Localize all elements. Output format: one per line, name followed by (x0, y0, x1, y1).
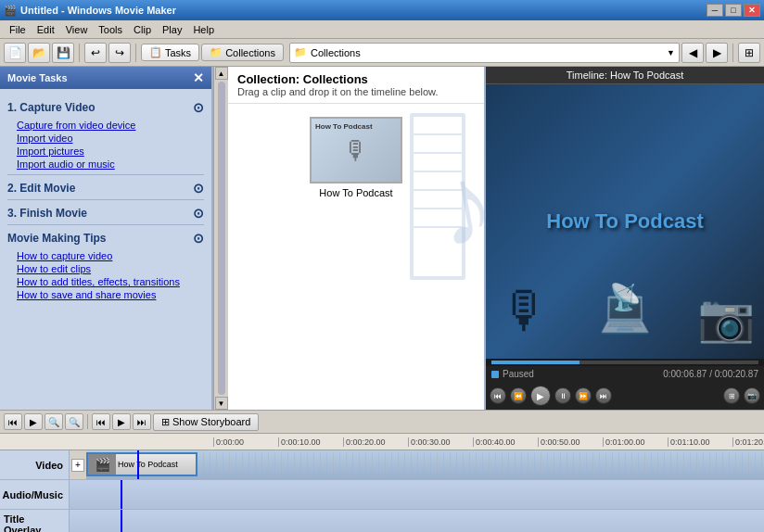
import-video-link[interactable]: Import video (7, 132, 204, 145)
forward-button[interactable]: ▶ (706, 43, 728, 63)
close-button[interactable]: ✕ (744, 4, 760, 17)
titlebar: 🎬 Untitled - Windows Movie Maker ─ □ ✕ (0, 0, 764, 20)
panel-close-button[interactable]: ✕ (193, 71, 204, 84)
ruler-mark-7: 0:01:10.00 (668, 437, 732, 447)
preview-status-bar: Paused 0:00:06.87 / 0:00:20.87 (486, 366, 764, 382)
scroll-down-button[interactable]: ▼ (215, 397, 228, 410)
zoom-in-button[interactable]: 🔍 (45, 413, 63, 430)
skip-forward-button[interactable]: ⏭ (595, 387, 612, 404)
snapshot-button[interactable]: 📷 (744, 387, 760, 404)
open-button[interactable]: 📂 (28, 43, 50, 63)
undo-button[interactable]: ↩ (84, 43, 107, 63)
titles-tip-link[interactable]: How to add titles, effects, transitions (7, 275, 204, 288)
menu-tools[interactable]: Tools (93, 22, 128, 37)
fullscreen-button[interactable]: ⊞ (723, 387, 740, 404)
video-track-content[interactable]: 🎬 How To Podcast (86, 450, 764, 479)
audio-track: Audio/Music (0, 480, 764, 510)
title-overlay-text: Title Overlay (4, 513, 63, 533)
menu-help[interactable]: Help (187, 22, 220, 37)
video-label-text: Video (35, 460, 63, 471)
capture-video-tip-link[interactable]: How to capture video (7, 249, 204, 262)
preview-area: Timeline: How To Podcast How To Podcast … (486, 67, 764, 410)
title-overlay-label: Title Overlay (0, 510, 70, 532)
prev-frame-button[interactable]: ⏪ (510, 387, 527, 404)
play-timeline-button[interactable]: ▶ (112, 413, 131, 430)
edit-clips-tip-link[interactable]: How to edit clips (7, 262, 204, 275)
tasks-label: Tasks (165, 47, 191, 58)
next-frame-button[interactable]: ⏩ (575, 387, 592, 404)
titlebar-controls: ─ □ ✕ (707, 4, 760, 17)
import-audio-link[interactable]: Import audio or music (7, 158, 204, 171)
title-overlay-content[interactable] (70, 510, 764, 532)
divider1 (7, 174, 204, 175)
storyboard-label: Show Storyboard (172, 416, 250, 427)
next-clip-button[interactable]: ⏭ (133, 413, 151, 430)
divider2 (7, 199, 204, 200)
finish-movie-icon: ⊙ (193, 206, 204, 221)
new-button[interactable]: 📄 (4, 43, 26, 63)
menu-clip[interactable]: Clip (128, 22, 157, 37)
collection-area: Collection: Collections Drag a clip and … (228, 67, 486, 410)
skip-back-button[interactable]: ⏮ (490, 387, 506, 404)
save-button[interactable]: 💾 (52, 43, 74, 63)
timeline-toolbar: ⏮ ▶ 🔍 🔍 ⏮ ▶ ⏭ ⊞ Show Storyboard (0, 410, 764, 434)
menu-view[interactable]: View (60, 22, 94, 37)
redo-button[interactable]: ↪ (108, 43, 131, 63)
video-add-button[interactable]: + (71, 459, 84, 472)
collections-tab[interactable]: 📁 Collections (201, 44, 284, 61)
collection-header: Collection: Collections Drag a clip and … (228, 67, 484, 104)
minimize-button[interactable]: ─ (707, 4, 723, 17)
panel-scrollbar: ▲ ▼ (213, 67, 228, 410)
paused-label: Paused (503, 369, 534, 379)
pause-button[interactable]: ⏸ (554, 387, 571, 404)
tips-title: Movie Making Tips (7, 232, 106, 245)
view-button[interactable]: ⊞ (738, 43, 760, 63)
finish-movie-title: 3. Finish Movie (7, 207, 87, 220)
preview-video: How To Podcast 🎙 💻 📷 📡 (486, 84, 764, 359)
track-pattern (197, 452, 764, 476)
collections-bar[interactable]: 📁 Collections ▼ (289, 43, 680, 63)
camera-decoration: 📷 (697, 291, 755, 345)
edit-movie-section: 2. Edit Movie ⊙ (7, 181, 204, 196)
video-clip[interactable]: 🎬 How To Podcast (86, 452, 197, 476)
prev-clip-button[interactable]: ⏮ (92, 413, 110, 430)
preview-progress-bar[interactable] (491, 361, 758, 364)
capture-device-link[interactable]: Capture from video device (7, 119, 204, 132)
rss-icon: 📡 (609, 282, 642, 312)
timeline-tracks: Video + 🎬 How To Podcast Audio/Music (0, 450, 764, 532)
import-pictures-link[interactable]: Import pictures (7, 145, 204, 158)
toolbar-sep2 (135, 44, 136, 62)
preview-progress-fill (491, 361, 579, 364)
audio-track-content[interactable] (70, 480, 764, 509)
preview-controls: ⏮ ⏪ ▶ ⏸ ⏩ ⏭ ⊞ 📷 (486, 382, 764, 410)
zoom-out-button[interactable]: 🔍 (65, 413, 83, 430)
preview-video-content: How To Podcast 🎙 💻 📷 📡 (486, 84, 764, 359)
back-button[interactable]: ◀ (681, 43, 704, 63)
play-button[interactable]: ▶ (530, 386, 551, 406)
clip-label: How To Podcast (319, 187, 392, 198)
video-track-label: Video (0, 450, 70, 479)
capture-video-section: 1. Capture Video ⊙ (7, 100, 204, 115)
ruler-mark-1: 0:00:10.00 (278, 437, 343, 447)
edit-movie-title: 2. Edit Movie (7, 182, 75, 195)
timeline-play-button[interactable]: ▶ (24, 413, 43, 430)
clip-thumbnail: 🎙 How To Podcast (310, 117, 402, 184)
menu-play[interactable]: Play (157, 22, 187, 37)
ruler-mark-8: 0:01:20.00 (732, 437, 764, 447)
clip-thumb-icon: 🎬 (88, 454, 116, 475)
tasks-tab[interactable]: 📋 Tasks (141, 44, 199, 61)
show-storyboard-button[interactable]: ⊞ Show Storyboard (153, 413, 259, 431)
menu-edit[interactable]: Edit (32, 22, 60, 37)
share-tip-link[interactable]: How to save and share movies (7, 288, 204, 301)
clip-item[interactable]: 🎙 How To Podcast How To Podcast (306, 113, 406, 202)
ruler-mark-3: 0:00:30.00 (408, 437, 473, 447)
panel-content: 1. Capture Video ⊙ Capture from video de… (0, 89, 211, 410)
collection-subtitle: Drag a clip and drop it on the timeline … (237, 86, 475, 97)
ruler-mark-0: 0:00:00 (213, 437, 278, 447)
storyboard-icon: ⊞ (161, 416, 170, 428)
timeline-back-button[interactable]: ⏮ (4, 413, 22, 430)
scroll-up-button[interactable]: ▲ (215, 67, 228, 80)
maximize-button[interactable]: □ (725, 4, 742, 17)
menu-file[interactable]: File (4, 22, 32, 37)
menubar: File Edit View Tools Clip Play Help (0, 20, 764, 39)
